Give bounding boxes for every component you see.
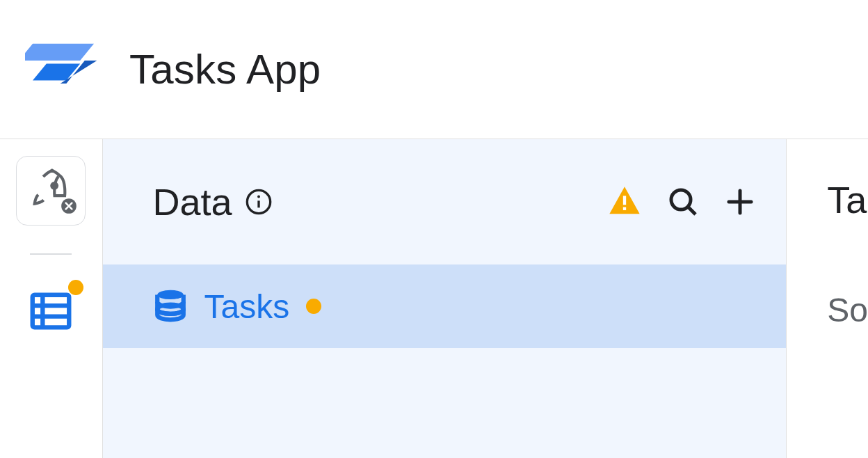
nav-deploy-button[interactable] xyxy=(16,156,86,226)
error-badge-icon xyxy=(60,197,78,218)
main-body: Data xyxy=(0,139,868,458)
data-source-row[interactable]: Tasks xyxy=(103,264,787,348)
nav-rail xyxy=(0,139,103,458)
data-icon xyxy=(26,287,75,338)
status-dot-icon xyxy=(306,299,321,314)
svg-rect-9 xyxy=(623,196,626,205)
svg-line-12 xyxy=(688,207,696,214)
svg-rect-2 xyxy=(33,294,70,327)
rail-divider xyxy=(30,253,72,255)
data-panel-header: Data xyxy=(103,139,787,264)
svg-point-11 xyxy=(671,190,691,210)
notification-dot-icon xyxy=(68,280,83,295)
svg-rect-10 xyxy=(623,207,626,210)
app-root: Tasks App xyxy=(0,0,868,458)
search-icon[interactable] xyxy=(666,185,700,219)
svg-point-0 xyxy=(52,183,58,189)
nav-data-button[interactable] xyxy=(22,283,81,342)
app-title: Tasks App xyxy=(129,45,321,93)
right-pane-title-fragment: Ta xyxy=(827,178,868,221)
svg-point-8 xyxy=(257,196,260,198)
info-icon[interactable] xyxy=(245,188,273,216)
warning-icon[interactable] xyxy=(606,184,643,220)
panel-title: Data xyxy=(153,180,232,223)
svg-point-16 xyxy=(157,305,184,314)
data-panel: Data xyxy=(103,139,787,458)
data-source-name: Tasks xyxy=(204,287,290,326)
top-header: Tasks App xyxy=(0,0,868,139)
right-pane: Ta So xyxy=(787,139,868,458)
database-icon xyxy=(153,287,188,325)
panel-action-icons xyxy=(606,184,757,220)
panel-title-group: Data xyxy=(153,180,273,223)
appsheet-logo-icon xyxy=(25,30,102,109)
add-data-source-button[interactable] xyxy=(723,185,757,219)
svg-point-15 xyxy=(157,290,184,299)
right-pane-sub-fragment: So xyxy=(827,291,868,329)
